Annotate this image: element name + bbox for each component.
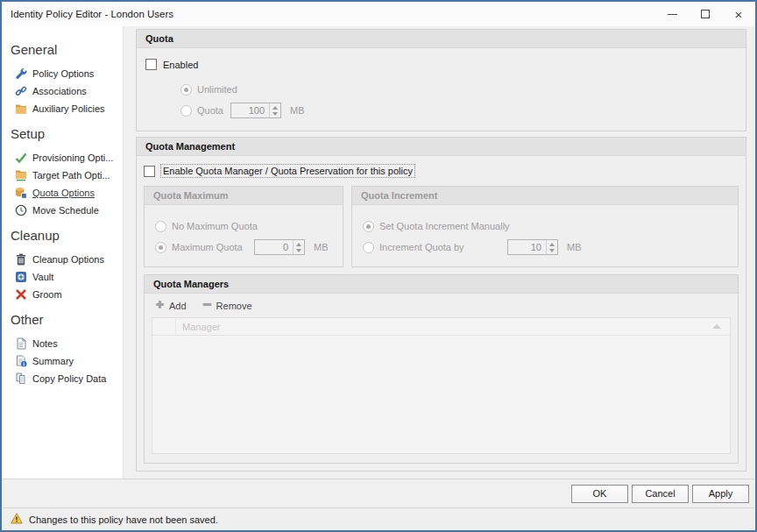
unlimited-radio-label: Unlimited <box>197 84 237 95</box>
increment-quota-value: 10 <box>508 240 546 254</box>
no-maximum-quota-radio[interactable] <box>155 221 166 232</box>
set-quota-increment-manually-radio[interactable] <box>363 221 374 232</box>
target-folder-icon <box>15 169 27 181</box>
maximum-quota-unit-label: MB <box>314 242 329 252</box>
sidebar-item-label: Summary <box>32 356 74 366</box>
quota-maximum-group-header: Quota Maximum <box>145 187 343 205</box>
quota-radio[interactable] <box>180 105 192 117</box>
sidebar-heading-setup: Setup <box>2 117 123 149</box>
quota-maximum-group: Quota Maximum No Maximum Quota Maximum Q… <box>144 186 343 267</box>
increment-quota-spinner[interactable]: 10 <box>507 239 558 255</box>
spinner-arrows-icon[interactable] <box>269 103 280 117</box>
ok-button[interactable]: OK <box>571 485 628 503</box>
sidebar-heading-general: General <box>2 33 123 65</box>
quota-management-group-header: Quota Management <box>137 138 746 156</box>
sidebar-item-target-path-options[interactable]: Target Path Opti... <box>2 167 123 184</box>
maximum-quota-label: Maximum Quota <box>172 242 254 252</box>
link-icon <box>15 85 27 97</box>
quota-managers-table-body <box>152 336 730 453</box>
enable-quota-manager-checkbox[interactable] <box>144 166 155 177</box>
identity-policy-editor-window: Identity Policy Editor - London Users × … <box>0 0 757 532</box>
quota-managers-group-header: Quota Managers <box>145 275 738 294</box>
summary-icon <box>15 355 27 367</box>
sidebar-item-label: Auxiliary Policies <box>32 103 105 114</box>
close-icon: × <box>735 8 743 21</box>
close-button[interactable]: × <box>722 2 755 26</box>
quota-managers-group: Quota Managers Add Remove <box>144 274 739 464</box>
sidebar-heading-cleanup: Cleanup <box>2 219 123 251</box>
notes-icon <box>15 337 27 350</box>
sidebar-item-label: Copy Policy Data <box>32 373 106 384</box>
sidebar-item-auxiliary-policies[interactable]: Auxiliary Policies <box>2 100 123 117</box>
maximum-quota-value: 0 <box>255 240 293 254</box>
status-message: Changes to this policy have not been sav… <box>29 514 218 525</box>
quota-database-icon <box>15 187 27 199</box>
quota-group-header: Quota <box>137 30 746 48</box>
quota-managers-table-header[interactable]: Manager <box>152 318 730 336</box>
remove-manager-button[interactable]: Remove <box>202 300 252 311</box>
quota-group: Quota Enabled Unlimited Quota <box>136 29 746 131</box>
sidebar-item-cleanup-options[interactable]: Cleanup Options <box>2 251 123 268</box>
sidebar-item-quota-options[interactable]: Quota Options <box>2 184 123 202</box>
sidebar-item-label: Groom <box>32 289 62 300</box>
warning-icon <box>11 513 23 526</box>
increment-quota-by-radio[interactable] <box>363 242 374 253</box>
sort-ascending-icon <box>712 324 721 329</box>
sidebar-item-label: Move Schedule <box>32 205 99 216</box>
quota-unit-label: MB <box>290 105 305 116</box>
dialog-footer: OK Cancel Apply <box>2 479 755 508</box>
maximize-button[interactable] <box>689 2 722 26</box>
sidebar-item-label: Notes <box>32 338 58 349</box>
clock-icon <box>15 204 27 216</box>
quota-management-group: Quota Management Enable Quota Manager / … <box>136 137 746 472</box>
no-maximum-quota-label: No Maximum Quota <box>172 221 258 231</box>
manager-column-header: Manager <box>176 322 712 332</box>
sidebar-item-associations[interactable]: Associations <box>2 82 123 100</box>
sidebar-item-label: Cleanup Options <box>32 254 104 265</box>
sidebar-item-notes[interactable]: Notes <box>2 335 123 352</box>
sidebar-item-provisioning-options[interactable]: Provisioning Opti... <box>2 149 123 167</box>
sidebar-item-groom[interactable]: Groom <box>2 286 123 303</box>
minus-icon <box>202 300 212 311</box>
quota-managers-table: Manager <box>152 317 731 454</box>
sidebar-item-label: Vault <box>32 272 53 282</box>
row-selector-column <box>152 318 176 335</box>
maximize-icon <box>701 10 710 18</box>
spinner-arrows-icon[interactable] <box>293 240 304 254</box>
add-manager-label: Add <box>169 301 187 311</box>
green-check-icon <box>15 152 27 164</box>
quota-value-spinner[interactable]: 100 <box>230 103 281 118</box>
maximum-quota-spinner[interactable]: 0 <box>254 239 305 255</box>
quota-enabled-checkbox[interactable] <box>145 59 157 70</box>
navigation-sidebar: General Policy Options Associations Auxi… <box>2 26 124 479</box>
quota-managers-toolbar: Add Remove <box>145 294 738 316</box>
add-manager-button[interactable]: Add <box>155 300 187 311</box>
red-x-icon <box>15 288 27 301</box>
unlimited-radio[interactable] <box>180 84 192 96</box>
wrench-icon <box>15 67 27 80</box>
quota-enabled-label: Enabled <box>163 60 198 70</box>
apply-button[interactable]: Apply <box>692 485 749 503</box>
minimize-icon <box>668 14 677 15</box>
minimize-button[interactable] <box>655 2 689 26</box>
sidebar-item-copy-policy-data[interactable]: Copy Policy Data <box>2 370 123 387</box>
spinner-arrows-icon[interactable] <box>546 240 557 254</box>
cancel-button[interactable]: Cancel <box>632 485 689 503</box>
set-quota-increment-manually-label: Set Quota Increment Manually <box>379 221 510 231</box>
maximum-quota-radio[interactable] <box>155 242 166 253</box>
quota-increment-group: Quota Increment Set Quota Increment Manu… <box>351 186 739 267</box>
sidebar-item-summary[interactable]: Summary <box>2 352 123 370</box>
copy-icon <box>15 372 27 385</box>
remove-manager-label: Remove <box>216 301 252 311</box>
sidebar-item-policy-options[interactable]: Policy Options <box>2 65 123 82</box>
increment-quota-by-label: Increment Quota by <box>379 242 507 252</box>
main-panel: Quota Enabled Unlimited Quota <box>124 26 755 479</box>
quota-radio-label: Quota <box>197 105 230 116</box>
sidebar-item-move-schedule[interactable]: Move Schedule <box>2 202 123 219</box>
plus-icon <box>155 300 165 311</box>
sidebar-item-label: Policy Options <box>32 68 94 79</box>
increment-quota-unit-label: MB <box>567 242 582 252</box>
folder-icon <box>15 103 27 115</box>
sidebar-item-vault[interactable]: Vault <box>2 268 123 286</box>
trash-icon <box>15 253 27 266</box>
